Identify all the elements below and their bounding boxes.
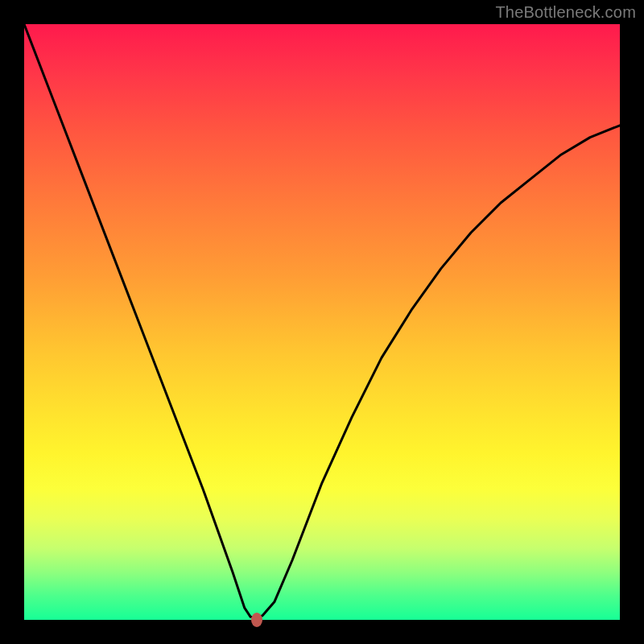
optimum-marker [251, 613, 262, 627]
watermark-text: TheBottleneck.com [495, 3, 636, 22]
plot-area [24, 24, 620, 620]
bottleneck-curve [24, 24, 620, 620]
chart-frame: TheBottleneck.com [0, 0, 644, 644]
